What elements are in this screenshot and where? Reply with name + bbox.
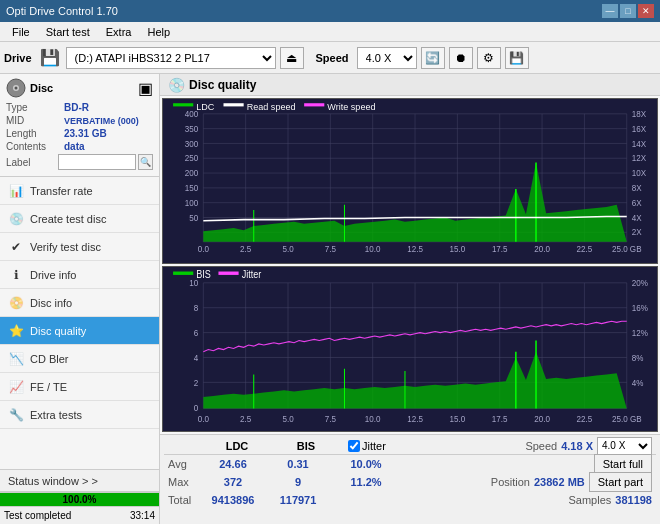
svg-text:BIS: BIS (196, 269, 211, 281)
position-label: Position (491, 476, 530, 488)
svg-text:350: 350 (185, 125, 199, 134)
jitter-checkbox[interactable] (348, 440, 360, 452)
disc-info-panel: Disc ▣ Type BD-R MID VERBATIMe (000) Len… (0, 74, 159, 177)
svg-text:2.5: 2.5 (240, 414, 251, 425)
close-button[interactable]: ✕ (638, 4, 654, 18)
start-part-button[interactable]: Start part (589, 472, 652, 492)
window-controls: — □ ✕ (602, 4, 654, 18)
refresh-button[interactable]: 🔄 (421, 47, 445, 69)
position-section: Position 23862 MB (491, 476, 585, 488)
status-window-button[interactable]: Status window > > (0, 470, 159, 492)
svg-text:4: 4 (194, 352, 199, 363)
sidebar: Disc ▣ Type BD-R MID VERBATIMe (000) Len… (0, 74, 160, 524)
settings-button[interactable]: ⚙ (477, 47, 501, 69)
samples-value: 381198 (615, 494, 652, 506)
disc-expand-icon[interactable]: ▣ (138, 79, 153, 98)
svg-text:8: 8 (194, 303, 199, 314)
drive-select[interactable]: (D:) ATAPI iHBS312 2 PL17 (66, 47, 276, 69)
max-label: Max (168, 476, 198, 488)
nav-list: 📊 Transfer rate 💿 Create test disc ✔ Ver… (0, 177, 159, 429)
disc-mid-value: VERBATIMe (000) (64, 116, 139, 126)
minimize-button[interactable]: — (602, 4, 618, 18)
nav-transfer-rate[interactable]: 📊 Transfer rate (0, 177, 159, 205)
disc-label-search-button[interactable]: 🔍 (138, 154, 153, 170)
total-label: Total (168, 494, 198, 506)
disc-icon (6, 78, 26, 98)
svg-text:4%: 4% (632, 377, 644, 388)
svg-text:15.0: 15.0 (450, 414, 466, 425)
disc-label-row: Label 🔍 (6, 154, 153, 170)
svg-text:7.5: 7.5 (325, 245, 337, 254)
disc-type-label: Type (6, 102, 64, 113)
record-button[interactable]: ⏺ (449, 47, 473, 69)
disc-label-label: Label (6, 157, 58, 168)
nav-create-test-disc[interactable]: 💿 Create test disc (0, 205, 159, 233)
start-buttons: Start full (594, 454, 652, 474)
menu-extra[interactable]: Extra (98, 24, 140, 40)
svg-text:5.0: 5.0 (282, 414, 293, 425)
svg-text:8X: 8X (632, 184, 642, 193)
svg-text:150: 150 (185, 184, 199, 193)
svg-text:Read speed: Read speed (247, 101, 296, 111)
disc-mid-label: MID (6, 115, 64, 126)
svg-text:17.5: 17.5 (492, 414, 508, 425)
samples-section: Samples 381198 (568, 494, 652, 506)
stats-total-row: Total 9413896 117971 Samples 381198 (164, 491, 656, 509)
speed-value: 4.18 X (561, 440, 593, 452)
nav-disc-quality[interactable]: ⭐ Disc quality (0, 317, 159, 345)
speed-select[interactable]: 4.0 X 1.0 X 2.0 X 6.0 X 8.0 X (357, 47, 417, 69)
svg-text:12%: 12% (632, 328, 648, 339)
status-area: Status window > > 100.0% Test completed … (0, 469, 159, 524)
svg-text:8%: 8% (632, 352, 644, 363)
nav-disc-info[interactable]: 📀 Disc info (0, 289, 159, 317)
max-ldc: 372 (198, 476, 268, 488)
speed-select-stats[interactable]: 4.0 X 1.0 X 2.0 X (597, 437, 652, 455)
menu-file[interactable]: File (4, 24, 38, 40)
save-button[interactable]: 💾 (505, 47, 529, 69)
svg-text:15.0: 15.0 (450, 245, 466, 254)
svg-text:5.0: 5.0 (282, 245, 294, 254)
nav-extra-tests[interactable]: 🔧 Extra tests (0, 401, 159, 429)
svg-text:16X: 16X (632, 125, 647, 134)
nav-fe-te-label: FE / TE (30, 381, 67, 393)
title-bar: Opti Drive Control 1.70 — □ ✕ (0, 0, 660, 22)
disc-contents-label: Contents (6, 141, 64, 152)
menu-help[interactable]: Help (139, 24, 178, 40)
bis-chart: BIS Jitter (162, 266, 658, 432)
nav-verify-test-disc[interactable]: ✔ Verify test disc (0, 233, 159, 261)
svg-text:300: 300 (185, 139, 199, 148)
nav-fe-te[interactable]: 📈 FE / TE (0, 373, 159, 401)
nav-drive-info-label: Drive info (30, 269, 76, 281)
eject-button[interactable]: ⏏ (280, 47, 304, 69)
svg-rect-6 (223, 103, 243, 106)
disc-contents-value: data (64, 141, 85, 152)
samples-label: Samples (568, 494, 611, 506)
create-test-disc-icon: 💿 (8, 211, 24, 227)
svg-text:10.0: 10.0 (365, 414, 381, 425)
disc-info-header: Disc ▣ (6, 78, 153, 98)
menu-start-test[interactable]: Start test (38, 24, 98, 40)
svg-text:20.0: 20.0 (534, 414, 550, 425)
drive-icon: 💾 (40, 48, 60, 67)
disc-label-input[interactable] (58, 154, 136, 170)
toolbar: Drive 💾 (D:) ATAPI iHBS312 2 PL17 ⏏ Spee… (0, 42, 660, 74)
maximize-button[interactable]: □ (620, 4, 636, 18)
svg-text:25.0 GB: 25.0 GB (612, 245, 642, 254)
svg-text:12.5: 12.5 (407, 414, 423, 425)
cd-bler-icon: 📉 (8, 351, 24, 367)
svg-text:LDC: LDC (196, 101, 214, 111)
disc-type-row: Type BD-R (6, 102, 153, 113)
start-full-button[interactable]: Start full (594, 454, 652, 474)
nav-create-test-disc-label: Create test disc (30, 213, 106, 225)
svg-point-2 (15, 87, 18, 90)
app-title: Opti Drive Control 1.70 (6, 5, 118, 17)
svg-text:250: 250 (185, 154, 199, 163)
ldc-chart-svg: LDC Read speed Write speed (163, 99, 657, 263)
nav-cd-bler[interactable]: 📉 CD Bler (0, 345, 159, 373)
disc-quality-icon: ⭐ (8, 323, 24, 339)
nav-drive-info[interactable]: ℹ Drive info (0, 261, 159, 289)
svg-rect-65 (173, 272, 193, 275)
disc-length-label: Length (6, 128, 64, 139)
stats-ldc-header: LDC (202, 440, 272, 452)
svg-text:22.5: 22.5 (577, 414, 593, 425)
